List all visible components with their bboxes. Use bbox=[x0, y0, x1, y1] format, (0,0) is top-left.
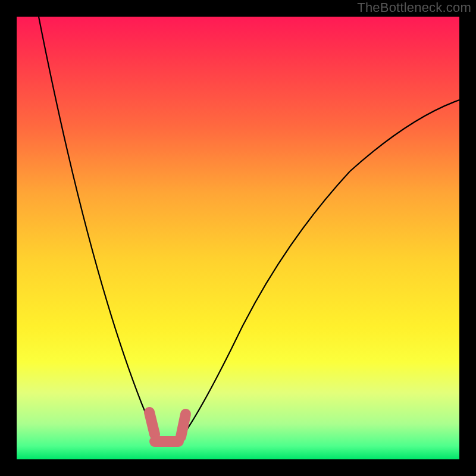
plot-area bbox=[17, 17, 459, 459]
bottleneck-curve bbox=[39, 17, 459, 443]
curve-layer bbox=[17, 17, 459, 459]
watermark-text: TheBottleneck.com bbox=[357, 0, 471, 15]
chart-frame: TheBottleneck.com bbox=[0, 0, 476, 476]
marker-segment bbox=[149, 412, 186, 441]
